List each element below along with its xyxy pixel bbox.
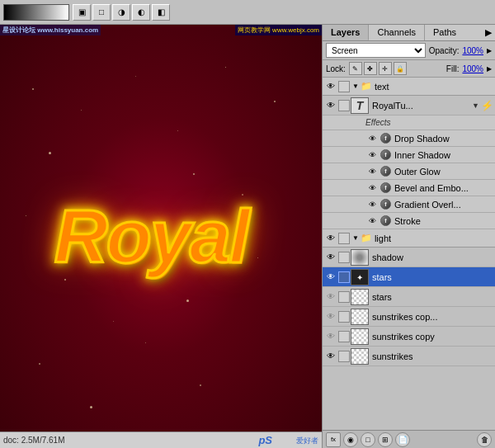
effect-row-bevel-emboss[interactable]: 👁 f Bevel and Embo... xyxy=(323,180,495,196)
effect-name-stroke: Stroke xyxy=(394,216,495,226)
effect-row-outer-glow[interactable]: 👁 f Outer Glow xyxy=(323,163,495,180)
eye-icon-inner-shadow[interactable]: 👁 xyxy=(365,149,379,162)
layers-list: 👁 ▼ 📁 text 👁 T RoyalTu... ▼ ⚡ Effects 👁 xyxy=(323,78,495,430)
group-header-light[interactable]: 👁 ▼ 📁 light xyxy=(323,229,495,248)
eye-icon-sunstrikes-cop2[interactable]: 👁 xyxy=(324,310,337,323)
eye-icon-stars-layer[interactable]: 👁 xyxy=(324,271,337,284)
layer-name-stars2: stars xyxy=(372,292,493,302)
fx-circle-drop-shadow: f xyxy=(380,133,391,144)
eye-icon-stroke[interactable]: 👁 xyxy=(365,215,379,228)
effect-row-gradient-overlay[interactable]: 👁 f Gradient Overl... xyxy=(323,196,495,213)
fill-value[interactable]: 100% xyxy=(462,64,483,73)
eye-icon-light-group[interactable]: 👁 xyxy=(324,232,337,245)
group-arrow-light[interactable]: ▼ xyxy=(352,234,359,242)
toolbar-btn-4[interactable]: ◐ xyxy=(132,4,150,21)
lock-icons: ✎ ✤ ✛ 🔒 xyxy=(349,62,407,75)
lock-transparent-btn[interactable]: ✎ xyxy=(349,62,362,75)
add-style-button[interactable]: fx xyxy=(326,432,341,447)
toolbar-btn-2[interactable]: □ xyxy=(92,4,111,21)
layers-panel: Layers Channels Paths ▶ Screen Normal Mu… xyxy=(322,25,495,448)
layer-row-stars2[interactable]: 👁 stars xyxy=(323,287,495,307)
fx-circle-outer-glow: f xyxy=(380,166,391,177)
thumbnail-sunstrikes-copy xyxy=(351,328,369,345)
layer-row-sunstrikes[interactable]: 👁 sunstrikes xyxy=(323,347,495,366)
layer-name-sunstrikes-cop2: sunstrikes cop... xyxy=(372,312,493,322)
delete-layer-button[interactable]: 🗑 xyxy=(477,432,492,447)
tab-layers[interactable]: Layers xyxy=(323,25,369,40)
eye-icon-shadow-layer[interactable]: 👁 xyxy=(324,251,337,264)
eye-icon-sunstrikes-copy[interactable]: 👁 xyxy=(324,330,337,343)
panel-arrow[interactable]: ▶ xyxy=(482,25,495,40)
effect-row-stroke[interactable]: 👁 f Stroke xyxy=(323,213,495,229)
tab-paths[interactable]: Paths xyxy=(425,25,464,40)
thumbnail-shadow-layer xyxy=(351,249,369,266)
lock-all-btn[interactable]: 🔒 xyxy=(394,62,407,75)
link-box-text-group xyxy=(338,81,350,92)
fx-circle-gradient-overlay: f xyxy=(380,199,391,210)
layer-row-sunstrikes-copy[interactable]: 👁 sunstrikes copy xyxy=(323,327,495,347)
layer-row-shadow[interactable]: 👁 shadow xyxy=(323,248,495,267)
link-box-sunstrikes-cop2 xyxy=(338,311,350,323)
new-adjustment-button[interactable]: □ xyxy=(361,432,375,447)
fx-arrow-text[interactable]: ▼ xyxy=(472,101,479,110)
link-box-text-layer xyxy=(338,100,350,111)
link-box-light-group xyxy=(338,233,350,244)
layer-name-sunstrikes-copy: sunstrikes copy xyxy=(372,332,493,342)
layer-name-text: RoyalTu... xyxy=(372,101,472,111)
lock-image-btn[interactable]: ✤ xyxy=(364,62,377,75)
gradient-preview[interactable] xyxy=(3,4,69,21)
eye-icon-text-group[interactable]: 👁 xyxy=(324,80,337,93)
eye-icon-drop-shadow[interactable]: 👁 xyxy=(365,132,379,145)
tab-channels[interactable]: Channels xyxy=(369,25,424,40)
folder-icon-text: 📁 xyxy=(361,81,372,92)
thumbnail-stars2-layer xyxy=(351,289,369,305)
panel-tabs: Layers Channels Paths ▶ xyxy=(323,25,495,41)
lock-label: Lock: xyxy=(326,64,346,73)
effect-name-outer-glow: Outer Glow xyxy=(394,167,495,177)
eye-icon-bevel-emboss[interactable]: 👁 xyxy=(365,182,379,195)
lock-position-btn[interactable]: ✛ xyxy=(379,62,392,75)
fx-circle-stroke: f xyxy=(380,215,391,226)
ps-logo: pS xyxy=(258,434,272,446)
eye-icon-stars2-layer[interactable]: 👁 xyxy=(324,290,337,304)
link-box-sunstrikes-copy xyxy=(338,331,350,342)
layer-row-stars[interactable]: 👁 stars xyxy=(323,267,495,287)
thumbnail-sunstrikes xyxy=(351,348,369,365)
eye-icon-text-layer[interactable]: 👁 xyxy=(324,99,337,112)
layer-row-text[interactable]: 👁 T RoyalTu... ▼ ⚡ xyxy=(323,96,495,116)
fill-arrow[interactable]: ▶ xyxy=(487,65,492,73)
opacity-arrow[interactable]: ▶ xyxy=(487,47,492,54)
toolbar: ▣ □ ◑ ◐ ◧ xyxy=(0,0,495,25)
group-name-light: light xyxy=(375,233,391,243)
group-header-text[interactable]: 👁 ▼ 📁 text xyxy=(323,78,495,96)
eye-icon-sunstrikes[interactable]: 👁 xyxy=(324,350,337,363)
lock-row: Lock: ✎ ✤ ✛ 🔒 Fill: 100% ▶ xyxy=(323,60,495,78)
toolbar-btn-5[interactable]: ◧ xyxy=(152,4,170,21)
effect-name-bevel-emboss: Bevel and Embo... xyxy=(394,183,495,193)
toolbar-btn-3[interactable]: ◑ xyxy=(112,4,130,21)
layer-row-sunstrikes-cop2[interactable]: 👁 sunstrikes cop... xyxy=(323,307,495,327)
eye-icon-outer-glow[interactable]: 👁 xyxy=(365,165,379,178)
effects-label: Effects xyxy=(323,116,495,130)
folder-icon-light: 📁 xyxy=(361,233,372,243)
effect-row-drop-shadow[interactable]: 👁 f Drop Shadow xyxy=(323,130,495,147)
opacity-value[interactable]: 100% xyxy=(462,46,483,55)
watermark-top-right: 网页教学网 www.webjx.com xyxy=(235,25,322,35)
new-layer-button[interactable]: 📄 xyxy=(395,432,410,447)
eye-icon-gradient-overlay[interactable]: 👁 xyxy=(365,198,379,211)
effect-row-inner-shadow[interactable]: 👁 f Inner Shadow xyxy=(323,147,495,163)
fx-lightning-icon[interactable]: ⚡ xyxy=(481,100,493,111)
toolbar-btn-1[interactable]: ▣ xyxy=(73,4,91,21)
opacity-label: Opacity: xyxy=(429,46,460,55)
thumbnail-stars-layer xyxy=(351,269,369,285)
doc-size-label: doc: 2.5M/7.61M xyxy=(3,436,64,445)
layer-name-sunstrikes: sunstrikes xyxy=(372,351,493,361)
watermark-top-left: 星设计论坛 www.hissyuan.com xyxy=(0,25,101,35)
new-group-button[interactable]: ⊞ xyxy=(378,432,393,447)
fill-label: Fill: xyxy=(446,64,460,73)
blend-mode-select[interactable]: Screen Normal Multiply Overlay xyxy=(326,43,426,58)
group-name-text: text xyxy=(375,82,389,92)
main-area: Royal Royal 星设计论坛 www.hissyuan.com 网页教学网… xyxy=(0,25,495,448)
add-mask-button[interactable]: ◉ xyxy=(343,432,358,447)
group-arrow-text[interactable]: ▼ xyxy=(352,83,359,90)
